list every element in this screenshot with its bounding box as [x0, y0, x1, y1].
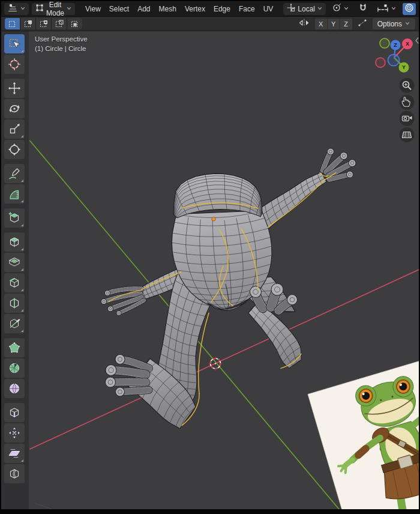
- mirror-button[interactable]: [297, 18, 311, 29]
- snap-to-symmetry-button[interactable]: [356, 18, 369, 29]
- nav-pan-button[interactable]: [400, 95, 415, 110]
- toolbar: [4, 34, 26, 483]
- snap-toggle[interactable]: [355, 3, 371, 15]
- editor-type-button[interactable]: [4, 3, 29, 15]
- orientation-label: Local: [298, 5, 315, 13]
- snap-to-symmetry-icon: [357, 18, 368, 29]
- tool-poly-build-button[interactable]: [4, 338, 25, 357]
- menu-view[interactable]: View: [81, 2, 105, 16]
- pivot-dropdown[interactable]: [329, 3, 352, 15]
- menu-vertex[interactable]: Vertex: [181, 2, 209, 16]
- tool-rip-region-button[interactable]: [4, 464, 25, 483]
- cursor-icon: [8, 58, 21, 71]
- snap-target-dropdown[interactable]: [374, 3, 400, 15]
- tool-shear-button[interactable]: [4, 444, 25, 463]
- rip-region-icon: [8, 467, 21, 480]
- gizmo-label: Z: [394, 42, 397, 48]
- select-box-icon: [8, 37, 21, 50]
- menu-face[interactable]: Face: [235, 2, 259, 16]
- viewport-3d[interactable]: ZXY: [1, 31, 419, 509]
- transform-icon: [8, 143, 21, 156]
- viewport-editor-icon: [7, 3, 18, 14]
- smooth-icon: [8, 382, 21, 395]
- edge-slide-icon: [8, 406, 21, 419]
- menu-mesh[interactable]: Mesh: [155, 2, 181, 16]
- snap-target-icon: [377, 3, 389, 14]
- tool-smooth-button[interactable]: [4, 379, 25, 398]
- tool-edge-slide-button[interactable]: [4, 403, 25, 422]
- loop-cut-icon: [8, 297, 21, 310]
- mode-label: Edit Mode: [46, 1, 64, 17]
- knife-icon: [8, 317, 21, 330]
- measure-icon: [8, 187, 21, 201]
- select-option-extend-button[interactable]: [20, 18, 35, 29]
- options-label: Options: [377, 20, 402, 28]
- tool-inset-faces-button[interactable]: [4, 253, 25, 272]
- chevron-down-icon: [391, 5, 397, 13]
- nav-zoom-button[interactable]: [400, 78, 415, 93]
- tool-settings-bar: XYZ Options: [1, 17, 419, 31]
- tool-knife-button[interactable]: [4, 314, 25, 333]
- tool-cursor-button[interactable]: [4, 55, 25, 74]
- nav-camera-view-button[interactable]: [400, 111, 415, 126]
- scale-icon: [8, 122, 21, 136]
- tool-bevel-button[interactable]: [4, 273, 25, 292]
- menu-select[interactable]: Select: [105, 2, 133, 16]
- orientation-icon: [286, 3, 296, 14]
- chevron-down-icon: [404, 20, 410, 28]
- orientation-dropdown[interactable]: Local: [283, 3, 326, 15]
- move-icon: [8, 82, 21, 95]
- menu-add[interactable]: Add: [133, 2, 154, 16]
- options-dropdown[interactable]: Options: [373, 18, 415, 29]
- tool-measure-button[interactable]: [4, 184, 25, 204]
- inset-faces-icon: [8, 256, 21, 269]
- bevel-icon: [8, 276, 21, 289]
- tool-rotate-button[interactable]: [4, 99, 25, 118]
- tool-add-cube-button[interactable]: [4, 208, 25, 228]
- chevron-down-icon: [20, 5, 26, 13]
- mirror-axis-y-button[interactable]: Y: [328, 19, 340, 29]
- annotate-icon: [8, 167, 21, 180]
- tool-scale-button[interactable]: [4, 119, 25, 139]
- chevron-down-icon: [343, 5, 349, 13]
- rotate-icon: [8, 102, 21, 115]
- tool-transform-button[interactable]: [4, 140, 25, 159]
- tool-extrude-region-button[interactable]: [4, 232, 25, 252]
- menu-uv[interactable]: UV: [259, 2, 278, 16]
- gizmo-axis-neg-x[interactable]: [376, 58, 385, 67]
- object-origin: [212, 217, 215, 221]
- proportional-editing-toggle[interactable]: [403, 3, 416, 15]
- magnet-icon: [358, 3, 368, 14]
- mirror-axis-x-button[interactable]: X: [315, 19, 327, 29]
- gizmo-label: Y: [402, 64, 406, 70]
- proportional-editing-icon: [404, 3, 414, 14]
- tool-select-box-button[interactable]: [4, 34, 25, 53]
- shrink-fatten-icon: [8, 426, 21, 440]
- add-cube-icon: [8, 211, 21, 225]
- select-option-invert-button[interactable]: [52, 18, 67, 29]
- mode-dropdown[interactable]: Edit Mode: [32, 3, 75, 15]
- tool-shrink-fatten-button[interactable]: [4, 423, 25, 443]
- mirror-axis-z-button[interactable]: Z: [340, 19, 352, 29]
- pivot-point-icon: [332, 3, 341, 14]
- nav-toggle-projection-button[interactable]: [400, 127, 415, 142]
- gizmo-axis-neg-y[interactable]: [380, 38, 389, 48]
- select-option-subtract-button[interactable]: [36, 18, 51, 29]
- tool-spin-button[interactable]: [4, 358, 25, 378]
- spin-icon: [8, 361, 21, 375]
- chevron-down-icon: [317, 5, 323, 13]
- shear-icon: [8, 447, 21, 460]
- tool-move-button[interactable]: [4, 79, 25, 98]
- tool-annotate-button[interactable]: [4, 164, 25, 183]
- mirror-icon: [298, 18, 310, 29]
- menu-bar: ViewSelectAddMeshVertexEdgeFaceUV: [81, 2, 277, 16]
- mirror-axis-buttons: XYZ: [315, 19, 352, 29]
- topbar: Edit Mode ViewSelectAddMeshVertexEdgeFac…: [1, 1, 419, 17]
- extrude-region-icon: [8, 235, 21, 249]
- select-option-intersect-button[interactable]: [67, 18, 82, 29]
- select-option-set-button[interactable]: [5, 18, 20, 29]
- gizmo-axis-neg-z[interactable]: [388, 55, 400, 66]
- menu-edge[interactable]: Edge: [209, 2, 235, 16]
- tool-loop-cut-button[interactable]: [4, 294, 25, 313]
- edit-mode-icon: [35, 3, 44, 14]
